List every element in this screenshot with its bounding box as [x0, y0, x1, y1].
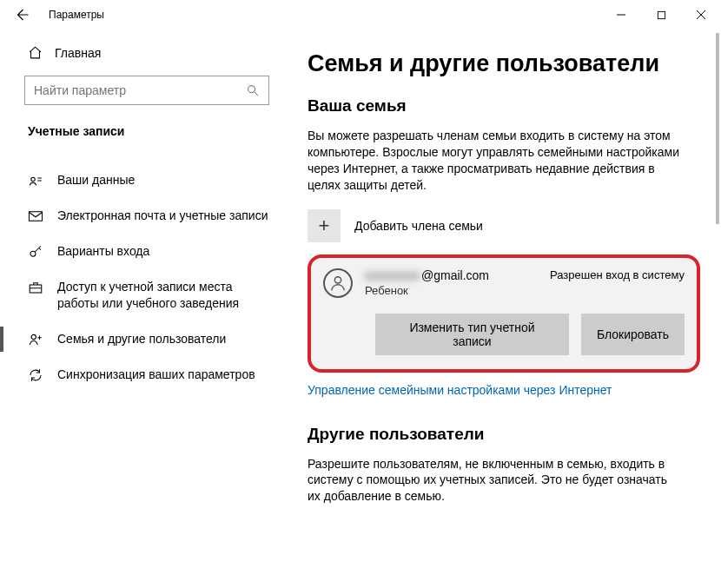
sync-icon — [28, 367, 43, 383]
svg-rect-1 — [658, 11, 665, 18]
svg-rect-6 — [30, 285, 42, 293]
sidebar-item-label: Варианты входа — [57, 243, 149, 260]
home-icon — [28, 45, 43, 60]
svg-point-5 — [30, 251, 36, 256]
sidebar-item-label: Семья и другие пользователи — [57, 331, 226, 347]
sidebar-item-your-info[interactable]: Ваши данные — [0, 162, 287, 198]
member-status: Разрешен вход в систему — [550, 268, 685, 281]
main-panel: Семья и другие пользователи Ваша семья В… — [287, 30, 721, 588]
titlebar: Параметры — [0, 0, 721, 30]
sidebar-item-email[interactable]: Электронная почта и учетные записи — [0, 198, 287, 234]
sidebar-item-label: Ваши данные — [57, 172, 135, 188]
family-heading: Ваша семья — [308, 96, 700, 116]
sidebar: Главная Учетные записи Ваши данные — [0, 30, 287, 588]
page-title: Семья и другие пользователи — [308, 50, 700, 77]
change-account-type-button[interactable]: Изменить тип учетной записи — [375, 314, 569, 355]
sidebar-item-work[interactable]: Доступ к учетной записи места работы или… — [0, 269, 287, 321]
briefcase-icon — [28, 280, 43, 295]
search-icon — [246, 83, 260, 97]
member-role: Ребенок — [365, 284, 685, 297]
manage-family-link[interactable]: Управление семейными настройками через И… — [308, 383, 700, 397]
svg-point-8 — [334, 276, 341, 282]
window-title: Параметры — [49, 9, 104, 21]
block-button[interactable]: Блокировать — [581, 314, 685, 355]
sidebar-item-sync[interactable]: Синхронизация ваших параметров — [0, 357, 287, 393]
family-member-row[interactable]: xxxxxxxxx@gmail.com Разрешен вход в сист… — [323, 268, 685, 298]
key-icon — [28, 244, 43, 260]
family-member-highlighted: xxxxxxxxx@gmail.com Разрешен вход в сист… — [308, 254, 700, 373]
svg-point-2 — [248, 86, 255, 93]
home-nav[interactable]: Главная — [24, 38, 269, 67]
family-description: Вы можете разрешать членам семьи входить… — [308, 128, 681, 194]
search-box[interactable] — [24, 76, 269, 105]
add-member-label: Добавить члена семьи — [354, 219, 483, 233]
plus-icon: + — [308, 209, 341, 242]
other-users-description: Разрешите пользователям, не включенным в… — [308, 456, 681, 505]
avatar-icon — [323, 268, 353, 298]
svg-rect-4 — [30, 212, 43, 221]
mail-icon — [28, 208, 43, 224]
sidebar-item-label: Доступ к учетной записи места работы или… — [57, 279, 273, 312]
other-users-heading: Другие пользователи — [308, 425, 700, 444]
sidebar-item-label: Электронная почта и учетные записи — [57, 208, 268, 224]
back-button[interactable] — [7, 0, 36, 30]
person-card-icon — [28, 173, 43, 188]
window-controls — [601, 0, 721, 30]
people-plus-icon — [28, 332, 43, 347]
svg-point-7 — [31, 334, 36, 339]
home-label: Главная — [55, 46, 101, 60]
sidebar-item-label: Синхронизация ваших параметров — [57, 367, 255, 383]
scrollbar[interactable] — [716, 33, 719, 224]
sidebar-item-signin[interactable]: Варианты входа — [0, 234, 287, 269]
minimize-button[interactable] — [601, 0, 641, 30]
sidebar-item-family[interactable]: Семья и другие пользователи — [0, 321, 287, 357]
close-button[interactable] — [681, 0, 721, 30]
svg-point-3 — [31, 177, 36, 182]
maximize-button[interactable] — [641, 0, 681, 30]
sidebar-section-title: Учетные записи — [24, 124, 269, 138]
search-input[interactable] — [34, 83, 246, 97]
add-family-member[interactable]: + Добавить члена семьи — [308, 209, 700, 242]
member-email: xxxxxxxxx@gmail.com — [365, 268, 489, 282]
sidebar-nav: Ваши данные Электронная почта и учетные … — [0, 162, 287, 393]
